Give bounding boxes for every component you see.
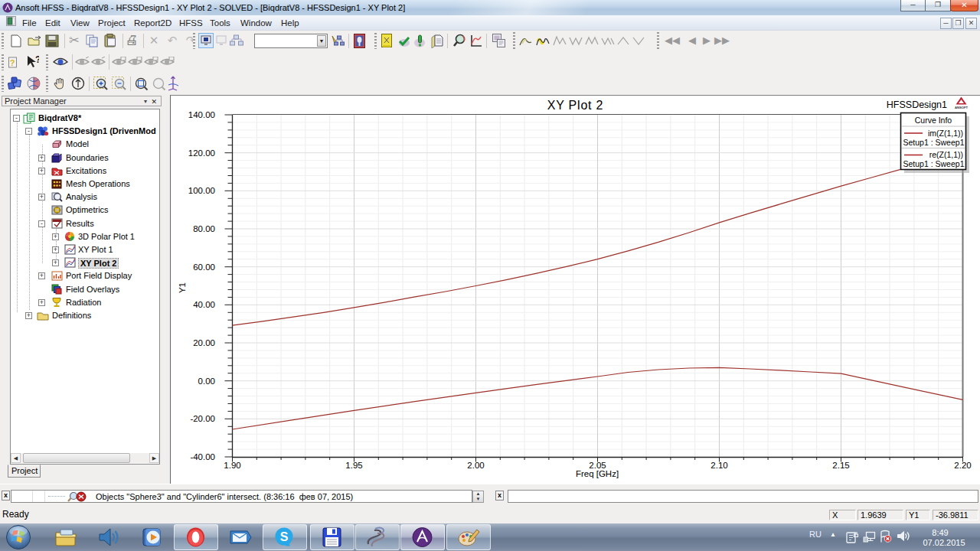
svg-text:-40.00: -40.00	[190, 452, 215, 461]
svg-text:im(Z(1,1)): im(Z(1,1))	[928, 129, 963, 138]
svg-text:0.00: 0.00	[198, 377, 215, 386]
svg-text:1.95: 1.95	[345, 461, 362, 470]
svg-text:Setup1 : Sweep1: Setup1 : Sweep1	[903, 159, 965, 168]
svg-text:60.00: 60.00	[193, 262, 215, 272]
svg-text:?: ?	[35, 55, 39, 65]
svg-text:40.00: 40.00	[193, 300, 215, 309]
svg-text:re(Z(1,1)): re(Z(1,1))	[929, 150, 963, 159]
svg-text:Curve Info: Curve Info	[915, 116, 952, 125]
svg-text:-20.00: -20.00	[190, 414, 215, 423]
svg-text:S: S	[280, 530, 289, 543]
svg-text:?: ?	[10, 58, 15, 67]
svg-text:2.00: 2.00	[467, 461, 484, 470]
svg-text:120.00: 120.00	[188, 148, 215, 158]
svg-text:1.90: 1.90	[224, 461, 240, 470]
svg-text:80.00: 80.00	[193, 224, 215, 233]
svg-text:2.20: 2.20	[954, 461, 971, 470]
svg-text:2.15: 2.15	[832, 461, 849, 470]
svg-text:2.10: 2.10	[710, 461, 727, 470]
svg-text:ANSOFT: ANSOFT	[955, 106, 969, 109]
svg-text:Y1: Y1	[178, 282, 187, 293]
svg-text:Freq [GHz]: Freq [GHz]	[576, 469, 619, 478]
svg-text:100.00: 100.00	[188, 186, 215, 195]
svg-text:20.00: 20.00	[193, 338, 215, 347]
svg-text:140.00: 140.00	[188, 110, 215, 119]
svg-text:XY Plot 2: XY Plot 2	[547, 99, 604, 112]
svg-text:Setup1 : Sweep1: Setup1 : Sweep1	[903, 138, 965, 147]
svg-text:HFSSDesign1: HFSSDesign1	[887, 99, 947, 110]
